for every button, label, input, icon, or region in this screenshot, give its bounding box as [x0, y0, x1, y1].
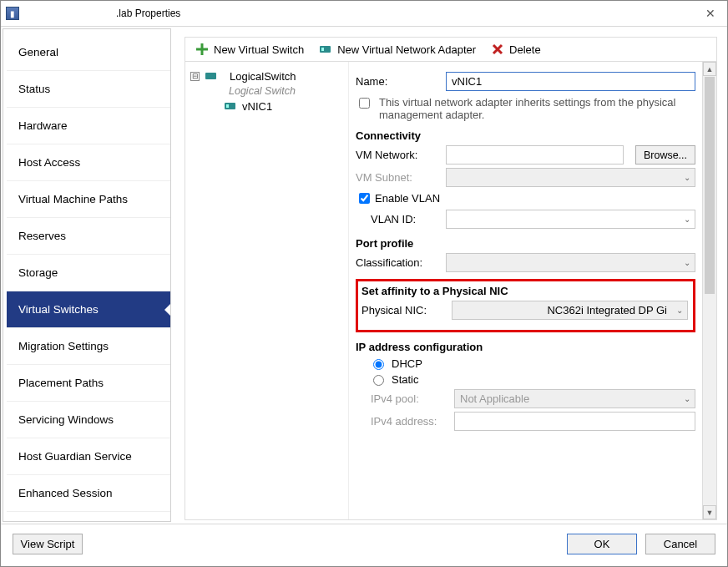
network-adapter-icon — [319, 43, 332, 56]
chevron-down-icon: ⌄ — [672, 306, 687, 315]
switch-tree: ⊟ LogicalSwitch Logical Switch vNIC1 — [185, 62, 349, 519]
enable-vlan-checkbox[interactable] — [359, 193, 370, 204]
svg-rect-2 — [320, 46, 331, 53]
inherit-label: This virtual network adapter inherits se… — [379, 96, 695, 121]
delete-button[interactable]: Delete — [486, 41, 546, 58]
enable-vlan-label: Enable VLAN — [375, 192, 440, 205]
collapse-icon[interactable]: ⊟ — [190, 72, 200, 81]
new-virtual-adapter-button[interactable]: New Virtual Network Adapter — [314, 41, 481, 58]
affinity-highlight: Set affinity to a Physical NIC Physical … — [356, 279, 695, 332]
connectivity-header: Connectivity — [356, 129, 695, 142]
ok-button[interactable]: OK — [567, 534, 637, 554]
view-script-button[interactable]: View Script — [13, 534, 83, 554]
nav-status[interactable]: Status — [7, 71, 170, 108]
vm-network-label: VM Network: — [356, 149, 446, 161]
toolbar: New Virtual Switch New Virtual Network A… — [185, 37, 717, 62]
nav-enhanced[interactable]: Enhanced Session — [7, 475, 170, 512]
nav-host-access[interactable]: Host Access — [7, 144, 170, 181]
chevron-down-icon: ⌄ — [680, 258, 695, 267]
delete-label: Delete — [509, 43, 541, 56]
nav-servicing[interactable]: Servicing Windows — [7, 402, 170, 438]
vm-subnet-label: VM Subnet: — [356, 171, 446, 184]
svg-rect-1 — [196, 48, 208, 51]
browse-button[interactable]: Browse... — [635, 145, 695, 165]
switch-icon — [205, 69, 218, 83]
plus-icon — [195, 43, 209, 56]
nav-migration[interactable]: Migration Settings — [7, 328, 170, 365]
chevron-down-icon: ⌄ — [680, 394, 695, 403]
ipv4-address-input — [454, 412, 695, 431]
nav-host-guardian[interactable]: Host Guardian Service — [7, 438, 170, 475]
name-input[interactable] — [446, 72, 695, 91]
dhcp-radio[interactable] — [373, 359, 384, 370]
chevron-down-icon: ⌄ — [680, 173, 695, 182]
classification-label: Classification: — [356, 256, 446, 269]
delete-icon — [491, 43, 504, 56]
tree-root[interactable]: ⊟ LogicalSwitch — [189, 67, 345, 85]
vlan-id-label: VLAN ID: — [371, 213, 446, 225]
tree-child-vnic1[interactable]: vNIC1 — [189, 97, 345, 115]
dhcp-label: DHCP — [392, 357, 422, 370]
scroll-up-icon[interactable]: ▲ — [703, 62, 716, 76]
sidebar: General Status Hardware Host Access Virt… — [3, 28, 171, 522]
svg-rect-5 — [225, 103, 235, 109]
svg-rect-6 — [226, 104, 229, 108]
vm-subnet-select: ⌄ — [446, 168, 695, 187]
inherit-checkbox[interactable] — [359, 98, 370, 109]
ip-header: IP address configuration — [356, 341, 695, 353]
scroll-thumb[interactable] — [705, 77, 715, 294]
nav-hardware[interactable]: Hardware — [7, 108, 170, 144]
static-radio[interactable] — [373, 375, 384, 386]
properties-form: Name: This virtual network adapter inher… — [349, 62, 702, 519]
title-bar: ▮ .lab Properties ✕ — [1, 1, 727, 27]
physical-nic-select[interactable]: NC362i Integrated DP Gi ⌄ — [452, 301, 688, 320]
nav-storage[interactable]: Storage — [7, 255, 170, 291]
cancel-button[interactable]: Cancel — [645, 534, 715, 554]
nav-reserves[interactable]: Reserves — [7, 218, 170, 255]
name-label: Name: — [356, 75, 446, 88]
physical-nic-value: NC362i Integrated DP Gi — [452, 304, 672, 316]
nav-virtual-switches[interactable]: Virtual Switches — [7, 291, 170, 328]
app-icon: ▮ — [6, 7, 19, 20]
vertical-scrollbar[interactable]: ▲ ▼ — [702, 62, 716, 519]
dialog-footer: View Script OK Cancel — [1, 524, 727, 563]
nav-placement[interactable]: Placement Paths — [7, 365, 170, 402]
nav-vm-paths[interactable]: Virtual Machine Paths — [7, 181, 170, 218]
physical-nic-label: Physical NIC: — [361, 304, 452, 316]
new-switch-label: New Virtual Switch — [214, 43, 304, 56]
window-title: .lab Properties — [116, 8, 180, 19]
new-adapter-label: New Virtual Network Adapter — [337, 43, 476, 56]
port-profile-header: Port profile — [356, 237, 695, 250]
svg-rect-4 — [205, 73, 216, 79]
nav-general[interactable]: General — [7, 34, 170, 71]
classification-select[interactable]: ⌄ — [446, 253, 695, 272]
tree-root-sub: Logical Switch — [189, 85, 345, 97]
new-virtual-switch-button[interactable]: New Virtual Switch — [190, 41, 309, 58]
close-icon[interactable]: ✕ — [700, 5, 720, 22]
ipv4-address-label: IPv4 address: — [371, 415, 454, 428]
static-label: Static — [392, 373, 419, 386]
tree-root-label: LogicalSwitch — [230, 70, 296, 83]
vm-network-select[interactable] — [446, 145, 624, 165]
chevron-down-icon: ⌄ — [680, 215, 695, 224]
svg-rect-3 — [321, 48, 324, 51]
ipv4-pool-select: Not Applicable ⌄ — [454, 389, 695, 408]
affinity-header: Set affinity to a Physical NIC — [361, 285, 688, 297]
ipv4-pool-value: Not Applicable — [455, 392, 680, 405]
scroll-down-icon[interactable]: ▼ — [703, 505, 716, 519]
ipv4-pool-label: IPv4 pool: — [371, 392, 454, 405]
content-area: New Virtual Switch New Virtual Network A… — [171, 27, 727, 524]
vnic-icon — [224, 99, 237, 113]
tree-child-label: vNIC1 — [242, 100, 272, 113]
vlan-id-select[interactable]: ⌄ — [446, 210, 695, 229]
